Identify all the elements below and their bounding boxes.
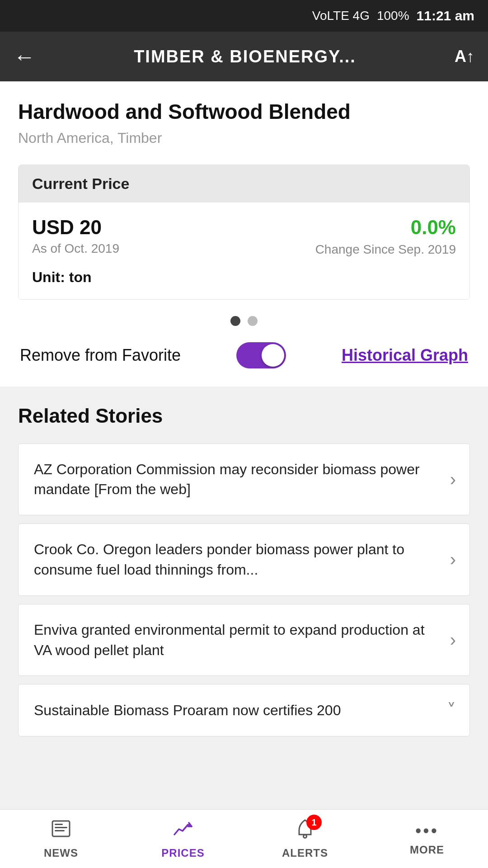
price-card-body: USD 20 As of Oct. 2019 0.0% Change Since…: [19, 203, 469, 299]
more-icon: •••: [415, 821, 439, 841]
price-value: USD 20: [32, 216, 119, 239]
chevron-right-icon-3: ›: [450, 630, 456, 650]
price-date: As of Oct. 2019: [32, 241, 119, 256]
story-card-3[interactable]: Enviva granted environmental permit to e…: [18, 604, 470, 676]
chevron-right-icon-1: ›: [450, 469, 456, 490]
story-card-4[interactable]: Sustainable Biomass Proaram now certifie…: [18, 684, 470, 736]
clock: 11:21 am: [417, 8, 474, 24]
historical-graph-link[interactable]: Historical Graph: [342, 346, 468, 365]
price-unit: Unit: ton: [32, 269, 456, 286]
nav-prices[interactable]: PRICES: [122, 810, 244, 868]
svg-rect-3: [55, 830, 65, 831]
story-text-4: Sustainable Biomass Proaram now certifie…: [34, 700, 447, 721]
bottom-nav: NEWS PRICES 1 ALERTS ••• MORE: [0, 809, 488, 868]
nav-prices-label: PRICES: [161, 847, 204, 859]
price-change: 0.0%: [315, 216, 456, 239]
price-card-header: Current Price: [19, 165, 469, 203]
alerts-badge: 1: [306, 815, 322, 830]
price-card: Current Price USD 20 As of Oct. 2019 0.0…: [18, 165, 470, 299]
nav-more[interactable]: ••• MORE: [366, 810, 488, 868]
price-change-label: Change Since Sep. 2019: [315, 241, 456, 258]
nav-alerts-label: ALERTS: [282, 847, 328, 859]
favorite-toggle[interactable]: [236, 342, 286, 368]
nav-more-label: MORE: [410, 844, 444, 856]
nav-news-label: NEWS: [44, 847, 78, 859]
related-stories-title: Related Stories: [18, 405, 470, 427]
svg-rect-2: [55, 827, 67, 828]
main-content: Hardwood and Softwood Blended North Amer…: [0, 81, 488, 368]
news-icon: [51, 818, 71, 844]
header: ← TIMBER & BIOENERGY... A↑: [0, 32, 488, 81]
back-button[interactable]: ←: [14, 44, 35, 69]
svg-rect-0: [52, 821, 70, 836]
action-row: Remove from Favorite Historical Graph: [18, 342, 470, 368]
story-text-2: Crook Co. Oregon leaders ponder biomass …: [34, 539, 450, 580]
nav-alerts[interactable]: 1 ALERTS: [244, 810, 366, 868]
page-title: TIMBER & BIOENERGY...: [35, 47, 455, 66]
svg-rect-1: [55, 824, 63, 825]
nav-news[interactable]: NEWS: [0, 810, 122, 868]
svg-point-4: [304, 835, 307, 838]
story-card-1[interactable]: AZ Corporation Commission may reconsider…: [18, 443, 470, 516]
chevron-right-icon-2: ›: [450, 549, 456, 570]
font-size-button[interactable]: A↑: [455, 47, 474, 66]
dot-1: [230, 316, 240, 326]
carousel-dots: [18, 316, 470, 326]
chevron-right-icon-4: ˅: [447, 700, 456, 721]
related-stories-section: Related Stories AZ Corporation Commissio…: [0, 387, 488, 822]
dot-2: [248, 316, 258, 326]
commodity-title: Hardwood and Softwood Blended: [18, 99, 470, 124]
story-text-3: Enviva granted environmental permit to e…: [34, 620, 450, 660]
favorite-label: Remove from Favorite: [20, 346, 181, 365]
commodity-subtitle: North America, Timber: [18, 130, 470, 146]
prices-icon: [173, 818, 193, 844]
story-text-1: AZ Corporation Commission may reconsider…: [34, 459, 450, 500]
story-card-2[interactable]: Crook Co. Oregon leaders ponder biomass …: [18, 524, 470, 596]
battery-indicator: 100%: [377, 9, 409, 23]
status-bar: VoLTE 4G 100% 11:21 am: [0, 0, 488, 32]
signal-icon: VoLTE 4G: [312, 9, 370, 23]
